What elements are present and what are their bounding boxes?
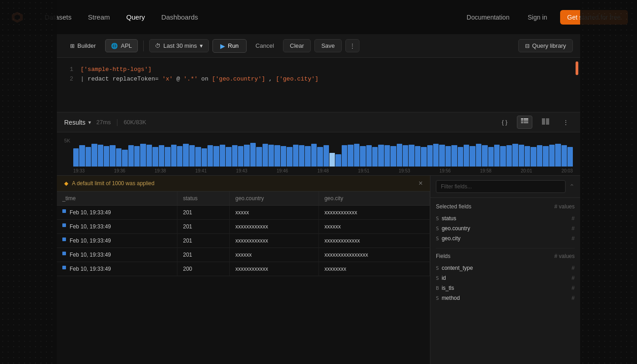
chevron-down-icon — [200, 42, 203, 49]
nav-stream[interactable]: Stream — [80, 10, 118, 25]
cell-status: 201 — [177, 206, 230, 220]
toolbar: ⊞ Builder 🌐 APL ⏱ Last 30 mins Run Cance… — [57, 34, 580, 58]
json-view-button[interactable]: { } — [498, 116, 511, 128]
results-time: 27ms — [96, 119, 111, 126]
chart-bar — [342, 145, 347, 167]
field-type-indicator: S — [436, 265, 439, 271]
chart-bar — [537, 145, 542, 167]
clear-button[interactable]: Clear — [283, 39, 311, 52]
chart-bar — [189, 145, 195, 167]
editor-scrollbar — [576, 61, 578, 75]
chart-bar — [152, 147, 158, 167]
chart-bar — [281, 146, 286, 167]
field-type-indicator: S — [436, 236, 439, 242]
chart-bar — [79, 145, 85, 167]
field-hash: # — [571, 225, 575, 232]
chart-x-label: 19:38 — [155, 168, 166, 173]
chart-bar — [366, 145, 372, 167]
nav-dashboards[interactable]: Dashboards — [153, 10, 206, 25]
selected-field-item[interactable]: S geo.country # — [436, 223, 575, 233]
cell-status: 200 — [177, 262, 230, 276]
table-row[interactable]: Feb 10, 19:33:49200xxxxxxxxxxxxxxxxxxxx — [57, 262, 430, 276]
chart-bar — [360, 146, 365, 167]
play-icon — [220, 42, 225, 50]
time-range-button[interactable]: ⏱ Last 30 mins — [149, 39, 209, 52]
field-name: is_tls — [442, 285, 454, 291]
chart-bar — [384, 145, 390, 167]
field-hash: # — [571, 215, 575, 222]
chart-bar — [110, 145, 115, 167]
chart-bar — [274, 145, 280, 167]
chart-bar — [250, 143, 256, 167]
save-button[interactable]: Save — [314, 39, 342, 52]
table-row[interactable]: Feb 10, 19:33:49201xxxxxxxxxxxxxxxxx — [57, 206, 430, 220]
query-library-button[interactable]: ⊟ Query library — [518, 39, 573, 52]
chart-bar — [91, 144, 97, 167]
cancel-button[interactable]: Cancel — [250, 40, 279, 52]
filter-fields-input[interactable] — [436, 180, 566, 193]
column-view-button[interactable] — [538, 116, 553, 129]
code-content-2: | redact replaceToken= 'x' @ '.*' on ['g… — [81, 75, 318, 84]
chart-x-label: 20:03 — [561, 168, 573, 173]
chart-bar — [415, 146, 420, 167]
table-view-button[interactable] — [517, 116, 532, 129]
fields-content: Selected fields # values S status # S ge… — [430, 198, 580, 364]
fields-divider — [436, 248, 575, 248]
chart-area: 5K 19:3319:3619:3819:4119:4319:4619:4819… — [57, 132, 580, 176]
chart-x-label: 19:33 — [73, 168, 85, 173]
builder-label: Builder — [77, 42, 96, 49]
chart-x-label: 19:46 — [277, 168, 288, 173]
chart-bar — [177, 146, 182, 167]
apl-button[interactable]: 🌐 APL — [105, 39, 138, 52]
selected-field-item[interactable]: S geo.city # — [436, 233, 575, 243]
nav-documentation[interactable]: Documentation — [461, 11, 515, 24]
cell-time: Feb 10, 19:33:49 — [57, 262, 177, 276]
table-header-row: _time status geo.country geo.city — [57, 192, 430, 206]
field-item[interactable]: B is_tls # — [436, 283, 575, 293]
col-time: _time — [57, 192, 177, 206]
chart-bar — [458, 147, 463, 167]
chart-bar — [324, 145, 329, 167]
chart-x-label: 19:53 — [399, 168, 410, 173]
field-item[interactable]: S content_type # — [436, 263, 575, 273]
nav-query[interactable]: Query — [118, 10, 153, 25]
code-line-1: 1 ['sample-http-logs'] — [66, 65, 571, 75]
chart-bar — [329, 153, 335, 167]
run-label: Run — [228, 42, 239, 49]
svg-rect-6 — [542, 118, 545, 125]
col-city: geo.city — [318, 192, 430, 206]
line-number-2: 2 — [66, 75, 73, 84]
chart-bar — [525, 146, 530, 167]
chart-bar — [195, 147, 201, 167]
chart-bar — [372, 147, 378, 167]
table-row[interactable]: Feb 10, 19:33:49201xxxxxxxxxxxxxxxxxx — [57, 220, 430, 234]
more-view-button[interactable]: ⋮ — [559, 116, 573, 128]
run-button[interactable]: Run — [212, 39, 247, 53]
table-row[interactable]: Feb 10, 19:33:49201xxxxxxxxxxxxxxxxxxxxx… — [57, 248, 430, 262]
warning-close-button[interactable]: × — [419, 179, 423, 187]
chart-bar — [268, 145, 274, 167]
builder-icon: ⊞ — [70, 43, 75, 49]
chart-bar — [464, 145, 469, 167]
code-editor[interactable]: 1 ['sample-http-logs'] 2 | redact replac… — [57, 58, 580, 112]
chart-bar — [128, 145, 134, 167]
chart-bar — [183, 144, 188, 167]
chevron-up-icon: ⌃ — [569, 183, 575, 190]
builder-button[interactable]: ⊞ Builder — [64, 39, 101, 52]
table-row[interactable]: Feb 10, 19:33:49201xxxxxxxxxxxxxxxxxxxxx… — [57, 234, 430, 248]
chart-bar — [226, 147, 231, 167]
chart-x-label: 19:41 — [195, 168, 207, 173]
field-item[interactable]: S id # — [436, 273, 575, 283]
selected-field-item[interactable]: S status # — [436, 213, 575, 223]
nav-signin[interactable]: Sign in — [522, 11, 553, 24]
chart-bar — [567, 147, 573, 167]
chart-bar — [140, 144, 146, 167]
chart-bar — [116, 148, 121, 167]
chart-bar — [512, 144, 518, 167]
chart-x-label: 19:58 — [480, 168, 491, 173]
field-item[interactable]: S method # — [436, 293, 575, 303]
more-options-button[interactable]: ⋮ — [345, 39, 359, 52]
chart-bar — [421, 147, 426, 167]
chart-x-label: 19:43 — [236, 168, 248, 173]
chart-bar — [494, 145, 500, 167]
